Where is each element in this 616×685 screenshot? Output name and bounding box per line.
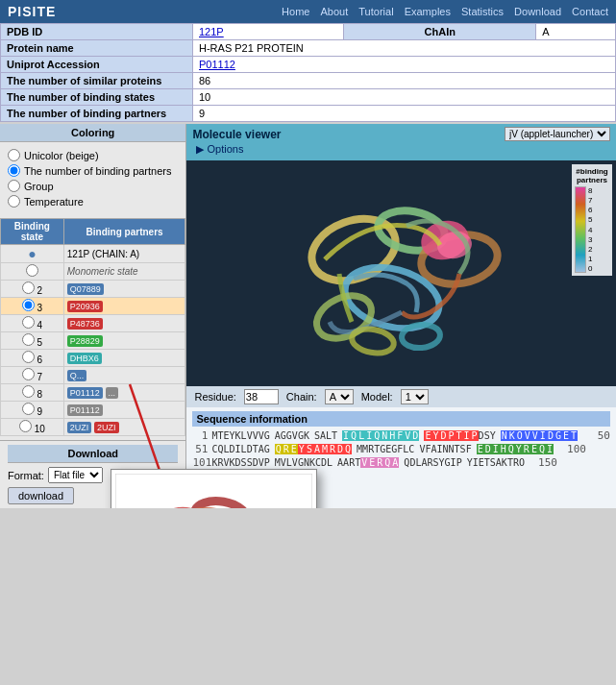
state-7[interactable]: 7 bbox=[1, 367, 64, 384]
state-8[interactable]: 8 bbox=[1, 384, 64, 402]
protein-popup bbox=[111, 469, 317, 508]
nav-contact[interactable]: Contact bbox=[572, 6, 608, 17]
model-select[interactable]: 1 bbox=[401, 389, 429, 404]
partners-2[interactable]: Q07889 bbox=[63, 281, 185, 298]
molecule-viewer: Molecule viewer jV (applet-launcher) ▶ O… bbox=[186, 124, 616, 160]
binding-self: 121P (CHAIN: A) bbox=[63, 245, 185, 263]
state-9[interactable]: 9 bbox=[1, 402, 64, 419]
coloring-group[interactable]: Group bbox=[8, 180, 178, 192]
partners-10[interactable]: 2UZI 2UZI bbox=[63, 419, 185, 436]
state-header-dot[interactable]: ● bbox=[1, 245, 64, 263]
model-label: Model: bbox=[361, 391, 393, 403]
coloring-partners[interactable]: The number of binding partners bbox=[8, 164, 178, 177]
nav-tutorial[interactable]: Tutorial bbox=[358, 6, 393, 17]
download-title: Download bbox=[8, 445, 178, 463]
state-2[interactable]: 2 bbox=[1, 281, 64, 298]
nav-home[interactable]: Home bbox=[282, 6, 309, 17]
similar-value: 86 bbox=[193, 73, 616, 89]
coloring-title: Coloring bbox=[0, 124, 185, 142]
chain-label: Chain: bbox=[286, 391, 317, 403]
partners-9[interactable]: P01112 bbox=[63, 402, 185, 419]
chain-value: A bbox=[536, 24, 616, 40]
app-logo: PISITE bbox=[8, 4, 56, 19]
state-10[interactable]: 10 bbox=[1, 419, 64, 436]
seq-row-1: 1 MTEYKLVVVG AGGVGK SALT IQL IQNHFVD EYD… bbox=[192, 429, 610, 442]
pdb-id-value[interactable]: 121P bbox=[193, 24, 344, 40]
nav-about[interactable]: About bbox=[321, 6, 349, 17]
nav-bar: Home About Tutorial Examples Statistics … bbox=[274, 6, 608, 17]
nav-examples[interactable]: Examples bbox=[405, 6, 451, 17]
download-button[interactable]: download bbox=[8, 487, 74, 504]
viewer-controls: Residue: Chain: A Model: 1 bbox=[186, 386, 616, 407]
residue-input[interactable] bbox=[244, 389, 279, 404]
pdb-id-label: PDB ID bbox=[1, 24, 193, 40]
state-5[interactable]: 5 bbox=[1, 332, 64, 350]
viewer-title: Molecule viewer bbox=[192, 128, 281, 141]
uniprot-label: Uniprot Accession bbox=[1, 57, 193, 73]
coloring-options: Unicolor (beige) The number of binding p… bbox=[0, 142, 185, 214]
chain-label: ChAIn bbox=[344, 24, 536, 40]
seq-row-3: 101 KRVKDSSDVP MVLVGNKCDL AART VERQA QDL… bbox=[192, 456, 610, 469]
sequence-title: Sequence information bbox=[192, 411, 610, 427]
binding-partners-header: Binding partners bbox=[63, 219, 185, 245]
format-select[interactable]: Flat file XML JSON bbox=[48, 467, 103, 483]
partners-3[interactable]: P20936 bbox=[63, 298, 185, 315]
states-value: 10 bbox=[193, 89, 616, 106]
info-table: PDB ID 121P ChAIn A Protein name H-RAS P… bbox=[0, 23, 616, 122]
jv-selector[interactable]: jV (applet-launcher) bbox=[505, 127, 610, 141]
binding-table: Bindingstate Binding partners ● 121P (CH… bbox=[0, 218, 185, 436]
uniprot-value[interactable]: P01112 bbox=[193, 57, 616, 73]
coloring-temperature[interactable]: Temperature bbox=[8, 195, 178, 208]
similar-label: The number of similar proteins bbox=[1, 73, 193, 89]
coloring-unicolor[interactable]: Unicolor (beige) bbox=[8, 149, 178, 161]
protein-name-label: Protein name bbox=[1, 40, 193, 57]
protein-3d-canvas bbox=[267, 173, 536, 375]
nav-download[interactable]: Download bbox=[514, 6, 561, 17]
monomeric-state: Monomeric state bbox=[63, 263, 185, 281]
state-1[interactable] bbox=[1, 263, 64, 281]
popup-protein-image bbox=[115, 474, 312, 508]
state-6[interactable]: 6 bbox=[1, 350, 64, 367]
state-3[interactable]: 3 bbox=[1, 298, 64, 315]
nav-statistics[interactable]: Statistics bbox=[461, 6, 504, 17]
state-4[interactable]: 4 bbox=[1, 315, 64, 332]
partners-5[interactable]: P28829 bbox=[63, 332, 185, 350]
partners-value: 9 bbox=[193, 106, 616, 122]
seq-row-2: 51 CQLDILDTAG QRE YSAMRDQ MMRT GEGFLC VF… bbox=[192, 443, 610, 455]
partners-6[interactable]: DHBX6 bbox=[63, 350, 185, 367]
partners-label: The number of binding partners bbox=[1, 106, 193, 122]
residue-label: Residue: bbox=[194, 391, 235, 403]
format-label: Format: bbox=[8, 470, 44, 481]
protein-name-value: H-RAS P21 PROTEIN bbox=[193, 40, 616, 57]
chain-select[interactable]: A bbox=[325, 389, 354, 404]
color-legend: #bindingpartners 876543210 bbox=[572, 164, 612, 276]
partners-7[interactable]: Q... bbox=[63, 367, 185, 384]
partners-8[interactable]: P01112 ... bbox=[63, 384, 185, 402]
states-label: The number of binding states bbox=[1, 89, 193, 106]
partners-4[interactable]: P48736 bbox=[63, 315, 185, 332]
viewer-options[interactable]: ▶ Options bbox=[192, 141, 610, 158]
binding-state-header: Bindingstate bbox=[1, 219, 64, 245]
